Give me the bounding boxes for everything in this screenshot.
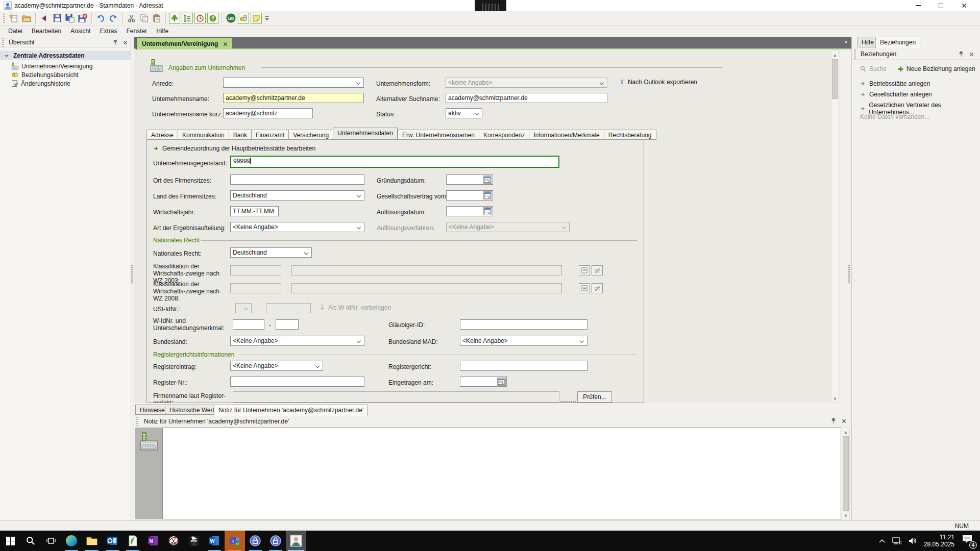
file-explorer-icon[interactable] <box>82 531 102 551</box>
lex-icon[interactable]: LEX <box>225 13 236 24</box>
start-button[interactable] <box>0 531 20 551</box>
new-document-icon[interactable] <box>8 13 19 24</box>
ust-idnr-input[interactable] <box>266 303 311 313</box>
gemeinde-link[interactable]: Gemeindezuordnung der Hauptbetriebsstätt… <box>153 145 315 152</box>
ort-input[interactable] <box>230 174 364 185</box>
wz2008-select-button[interactable] <box>579 283 590 293</box>
network-icon[interactable] <box>892 537 901 544</box>
outlook-export-link[interactable]: ⇧ Nach Outlook exportieren <box>619 78 697 86</box>
tab-adresse[interactable]: Adresse <box>146 130 178 140</box>
wz2003-select-button[interactable] <box>579 265 590 276</box>
menu-fenster[interactable]: Fenster <box>122 27 151 36</box>
calendar-icon[interactable] <box>483 191 492 199</box>
lexware-icon[interactable] <box>122 531 143 551</box>
relations-icon[interactable] <box>238 13 249 24</box>
keepass-icon[interactable] <box>245 531 265 551</box>
notes-grip[interactable] <box>136 417 138 426</box>
menu-extras[interactable]: Extras <box>95 27 121 36</box>
snipping-tool-icon[interactable] <box>163 531 184 551</box>
rightpanel-splitter[interactable] <box>848 265 850 283</box>
wz2008-clear-button[interactable] <box>592 283 603 293</box>
toolbar-overflow-icon[interactable] <box>263 13 271 24</box>
tab-finanzamt[interactable]: Finanzamt <box>251 130 288 140</box>
register-nr-input[interactable] <box>230 377 364 387</box>
minimize-button[interactable] <box>910 1 927 10</box>
save-close-icon[interactable] <box>77 13 88 24</box>
tab-versicherung[interactable]: Versicherung <box>288 130 333 140</box>
pdf24-icon[interactable]: PDF24 <box>184 531 204 551</box>
glaeubiger-input[interactable] <box>460 319 587 330</box>
tab-beziehungen[interactable]: Beziehungen <box>875 37 920 48</box>
action-center-icon[interactable]: 4 <box>962 534 975 547</box>
back-icon[interactable] <box>39 13 50 24</box>
sidebar-root-node[interactable]: Zentrale Adressatsdaten <box>0 51 131 60</box>
wz2003-text-input[interactable] <box>291 265 562 276</box>
nationales-recht-select[interactable]: Deutschland <box>230 247 312 258</box>
ergebnisaufteilung-select[interactable]: <Keine Angabe> <box>230 222 364 232</box>
sidebar-item-beziehungsuebersicht[interactable]: Beziehungsübersicht <box>11 70 78 79</box>
scrollbar-thumb[interactable] <box>843 436 849 511</box>
close-icon[interactable] <box>840 417 848 425</box>
outlook-icon[interactable] <box>102 531 122 551</box>
paste-icon[interactable] <box>151 13 162 24</box>
unternehmensform-select[interactable]: <keine Angabe> <box>446 78 607 88</box>
sidebar-item-unternehmen[interactable]: Unternehmen/Vereinigung <box>11 62 92 70</box>
tray-chevron-icon[interactable] <box>879 539 885 543</box>
alt-suchname-input[interactable]: academy@schmitzpartner.de <box>446 93 607 103</box>
wz2008-text-input[interactable] <box>291 283 562 293</box>
history-clock-icon[interactable] <box>194 13 206 24</box>
tab-notiz[interactable]: Notiz für Unternehmen 'academy@schmitzpa… <box>214 405 368 416</box>
calendar-icon[interactable] <box>483 176 492 184</box>
tab-bank[interactable]: Bank <box>229 130 251 140</box>
unternehmensname-input[interactable]: academy@schmitzpartner.de <box>223 93 364 103</box>
tab-list-chevron-icon[interactable]: ▾ <box>844 39 847 45</box>
unterscheidungsmerkmal-input[interactable] <box>276 319 299 330</box>
ust-vorbelegen-link[interactable]: ⇩ Als W-IdNr. vorbelegen <box>320 304 391 311</box>
registergericht-input[interactable] <box>460 361 587 371</box>
registereintrag-select[interactable]: <Keine Angabe> <box>230 361 323 371</box>
volume-icon[interactable] <box>909 537 917 544</box>
save-as-icon[interactable] <box>64 13 76 24</box>
tab-informationen-merkmale[interactable]: Informationen/Merkmale <box>529 130 603 140</box>
note-textarea[interactable] <box>162 428 841 519</box>
cut-icon[interactable] <box>126 13 137 24</box>
teams-icon[interactable]: T <box>225 531 245 551</box>
wz2008-code-input[interactable] <box>230 283 281 293</box>
menu-bearbeiten[interactable]: Bearbeiten <box>28 27 65 36</box>
scroll-down-icon[interactable]: ▼ <box>831 395 839 403</box>
pruefen-button[interactable]: Prüfen... <box>577 391 612 403</box>
status-select[interactable]: aktiv <box>446 108 482 118</box>
eingetragen-date-input[interactable] <box>460 377 507 387</box>
keepass-icon-2[interactable] <box>265 531 286 551</box>
tab-korrespondenz[interactable]: Korrespondenz <box>479 130 529 140</box>
menu-ansicht[interactable]: Ansicht <box>66 27 94 36</box>
gegenstand-input[interactable]: 99999 <box>230 156 559 168</box>
scrollbar-thumb[interactable] <box>832 59 838 99</box>
tab-kommunikation[interactable]: Kommunikation <box>178 130 229 140</box>
taskbar-clock[interactable]: 11:21 28.05.2025 <box>924 534 954 548</box>
close-icon[interactable] <box>967 50 975 58</box>
notes-scrollbar[interactable]: ▲ ▼ <box>842 428 850 519</box>
toolbar-grip[interactable] <box>3 14 5 23</box>
list-view-icon[interactable] <box>182 13 193 24</box>
stammdaten-app-icon[interactable] <box>286 531 306 551</box>
pin-icon[interactable] <box>111 38 119 46</box>
taskbar-search-icon[interactable] <box>20 531 41 551</box>
tab-unternehmensdaten[interactable]: Unternehmensdaten <box>333 128 398 140</box>
sidebar-splitter[interactable] <box>131 265 133 283</box>
scroll-up-icon[interactable]: ▲ <box>842 428 849 436</box>
undo-icon[interactable] <box>95 13 106 24</box>
note-icon[interactable] <box>251 13 262 24</box>
wz2003-clear-button[interactable] <box>592 265 603 276</box>
help-icon[interactable]: ? <box>207 13 218 24</box>
copy-icon[interactable] <box>138 13 150 24</box>
link-gesellschafter[interactable]: Gesellschafter anlegen <box>860 91 932 98</box>
menu-hilfe[interactable]: Hilfe <box>152 27 173 36</box>
close-icon[interactable] <box>121 38 129 46</box>
bundesland-mad-select[interactable]: <Keine Angabe> <box>460 336 587 346</box>
edge-icon[interactable] <box>61 531 82 551</box>
wirtschaftsjahr-input[interactable]: TT.MM.-TT.MM. <box>230 206 279 216</box>
sidebar-grip[interactable] <box>2 38 4 47</box>
tab-erw-unternehmensnamen[interactable]: Erw. Unternehmensnamen <box>398 130 479 140</box>
relations-grip[interactable] <box>854 49 856 59</box>
